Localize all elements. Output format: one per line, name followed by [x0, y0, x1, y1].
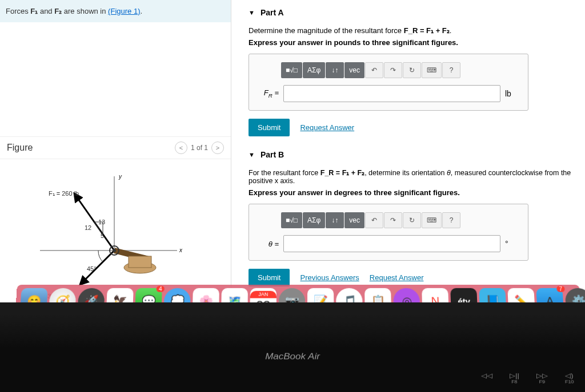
redo-button[interactable]: ↷	[384, 212, 402, 228]
badge: 4	[157, 286, 165, 292]
redo-button[interactable]: ↷	[384, 62, 402, 78]
reset-button[interactable]: ↻	[403, 62, 421, 78]
text: Forces	[6, 7, 30, 15]
svg-line-3	[80, 250, 114, 285]
calendar-month: JAN	[250, 290, 277, 298]
x-axis-label: x	[179, 247, 183, 253]
part-b-prompt: For the resultant force F_R = F₁ + F₂, d…	[249, 168, 574, 185]
part-a-answer-input[interactable]	[283, 85, 500, 102]
part-b-title: Part B	[261, 150, 284, 159]
symbols-button[interactable]: ΑΣφ	[303, 62, 325, 78]
part-b-header[interactable]: ▼ Part B	[249, 150, 574, 159]
part-a-title: Part A	[261, 8, 284, 17]
part-a-header[interactable]: ▼ Part A	[249, 8, 574, 17]
figure-prev-button[interactable]: <	[175, 142, 187, 154]
symbols-button[interactable]: ΑΣφ	[303, 212, 325, 228]
triangle-5: 5	[101, 232, 104, 239]
triangle-13: 13	[98, 219, 105, 225]
angle-45: 45°	[87, 265, 97, 272]
part-b-answer-box: ■√□ ΑΣφ ↓↑ vec ↶ ↷ ↻ ⌨ ? θ = °	[249, 204, 528, 261]
text: .	[140, 7, 142, 15]
part-b-instruction: Express your answer in degrees to three …	[249, 188, 574, 197]
fr-label: FR =	[258, 88, 279, 99]
part-b-unit: °	[505, 239, 519, 248]
f1-symbol: F₁	[30, 7, 38, 15]
keyboard-button[interactable]: ⌨	[422, 212, 442, 228]
rewind-key[interactable]: ◁◁	[480, 372, 492, 385]
subscript-button[interactable]: ↓↑	[326, 62, 344, 78]
theta-label: θ =	[258, 240, 279, 248]
f1-value-label: F₁ = 260 lb	[49, 190, 79, 197]
part-a-prompt: Determine the magnitude of the resultant…	[249, 26, 574, 35]
text: and	[38, 7, 54, 15]
figure-next-button[interactable]: >	[211, 142, 224, 154]
triangle-12: 12	[85, 224, 91, 231]
keyboard-button[interactable]: ⌨	[422, 62, 442, 78]
part-a-unit: lb	[505, 89, 519, 98]
subscript-button[interactable]: ↓↑	[326, 212, 344, 228]
figure-link[interactable]: (Figure 1)	[108, 7, 140, 15]
part-a-toolbar: ■√□ ΑΣφ ↓↑ vec ↶ ↷ ↻ ⌨ ?	[281, 62, 519, 78]
function-keys: ◁◁ ▷||F8 ▷▷F9 ◁)F10	[480, 372, 574, 385]
caret-down-icon: ▼	[249, 9, 255, 16]
f2-symbol: F₂	[54, 7, 62, 15]
part-b-answer-input[interactable]	[283, 235, 500, 252]
playpause-key[interactable]: ▷||F8	[510, 372, 519, 385]
figure-header: Figure < 1 of 1 >	[0, 136, 231, 159]
svg-point-8	[113, 249, 116, 252]
badge: 7	[556, 286, 565, 292]
part-b-toolbar: ■√□ ΑΣφ ↓↑ vec ↶ ↷ ↻ ⌨ ?	[281, 212, 519, 228]
mute-key[interactable]: ◁)F10	[564, 372, 574, 385]
part-b-submit-button[interactable]: Submit	[249, 269, 290, 286]
reset-button[interactable]: ↻	[403, 212, 421, 228]
text: are shown in	[62, 7, 108, 15]
figure-counter: 1 of 1	[191, 144, 208, 152]
vector-button[interactable]: vec	[344, 62, 364, 78]
template-button[interactable]: ■√□	[281, 62, 302, 78]
part-b-request-answer-link[interactable]: Request Answer	[370, 273, 424, 282]
problem-statement: Forces F₁ and F₂ are shown in (Figure 1)…	[0, 0, 231, 22]
caret-down-icon: ▼	[249, 151, 255, 158]
left-pane: Forces F₁ and F₂ are shown in (Figure 1)…	[0, 0, 231, 305]
figure-nav: < 1 of 1 >	[175, 142, 224, 154]
forward-key[interactable]: ▷▷F9	[536, 372, 547, 385]
right-pane: ▼ Part A Determine the magnitude of the …	[231, 0, 585, 305]
part-a-submit-button[interactable]: Submit	[249, 119, 290, 136]
help-button[interactable]: ?	[442, 62, 460, 78]
help-button[interactable]: ?	[442, 212, 460, 228]
svg-rect-6	[129, 256, 151, 268]
undo-button[interactable]: ↶	[365, 212, 383, 228]
part-b-previous-answers-link[interactable]: Previous Answers	[300, 273, 359, 282]
macbook-label: MacBook Air	[0, 351, 585, 362]
template-button[interactable]: ■√□	[281, 212, 302, 228]
figure-title: Figure	[7, 143, 33, 153]
vector-button[interactable]: vec	[344, 212, 364, 228]
part-a-instruction: Express your answer in pounds to three s…	[249, 38, 574, 47]
part-a-answer-box: ■√□ ΑΣφ ↓↑ vec ↶ ↷ ↻ ⌨ ? FR = lb	[249, 54, 528, 111]
part-a-request-answer-link[interactable]: Request Answer	[300, 123, 354, 132]
undo-button[interactable]: ↶	[365, 62, 383, 78]
y-axis-label: y	[118, 173, 122, 180]
